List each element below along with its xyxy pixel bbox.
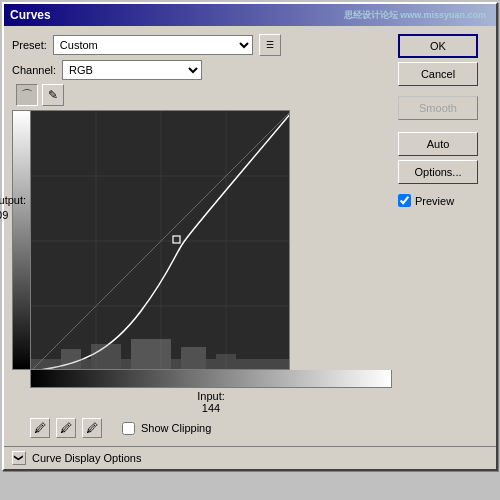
chevron-down-icon: ❯	[14, 454, 24, 462]
main-content: Preset: Custom ☰ Channel: RGB Red Green …	[4, 26, 496, 446]
curves-area: Output: 109 Input: 144	[12, 110, 392, 414]
side-gradient	[12, 110, 30, 370]
settings-icon-btn[interactable]: ☰	[259, 34, 281, 56]
black-eyedropper-btn[interactable]: 🖉	[30, 418, 50, 438]
control-point[interactable]	[173, 236, 180, 243]
output-value: 109	[0, 208, 26, 223]
bottom-tools-row: 🖉 🖉 🖉 Show Clipping	[12, 418, 392, 438]
input-value: 144	[197, 402, 225, 414]
watermark: 思经设计论坛 www.missyuan.com	[344, 9, 486, 22]
ok-button[interactable]: OK	[398, 34, 478, 58]
title-bar: Curves 思经设计论坛 www.missyuan.com	[4, 4, 496, 26]
svg-rect-9	[91, 344, 121, 369]
preview-checkbox[interactable]	[398, 194, 411, 207]
svg-rect-10	[131, 339, 171, 369]
black-eyedropper-icon: 🖉	[34, 421, 46, 435]
preset-row: Preset: Custom ☰	[12, 34, 392, 56]
curve-display-label: Curve Display Options	[32, 452, 141, 464]
show-clipping-label[interactable]: Show Clipping	[141, 422, 211, 434]
cancel-button[interactable]: Cancel	[398, 62, 478, 86]
preset-label: Preset:	[12, 39, 47, 51]
svg-rect-8	[61, 349, 81, 369]
gray-eyedropper-btn[interactable]: 🖉	[56, 418, 76, 438]
bottom-gradient	[30, 370, 392, 388]
svg-rect-12	[216, 354, 236, 369]
input-block: Input: 144	[12, 390, 392, 414]
preset-select[interactable]: Custom	[53, 35, 253, 55]
pencil-tool-button[interactable]: ✎	[42, 84, 64, 106]
curve-tool-icon: ⌒	[21, 87, 33, 104]
channel-row: Channel: RGB Red Green Blue	[12, 60, 392, 80]
tools-row: ⌒ ✎	[12, 84, 392, 106]
left-panel: Preset: Custom ☰ Channel: RGB Red Green …	[12, 34, 392, 438]
gray-eyedropper-icon: 🖉	[60, 421, 72, 435]
input-label: Input:	[197, 390, 225, 402]
auto-button[interactable]: Auto	[398, 132, 478, 156]
preview-row: Preview	[398, 194, 488, 207]
settings-icon: ☰	[266, 40, 274, 50]
right-panel: OK Cancel Smooth Auto Options... Preview	[398, 34, 488, 438]
histogram-svg	[31, 329, 289, 369]
preview-label[interactable]: Preview	[415, 195, 454, 207]
output-label: Output:	[0, 193, 26, 208]
channel-select[interactable]: RGB Red Green Blue	[62, 60, 202, 80]
curves-and-gradient	[12, 110, 392, 370]
curve-tool-button[interactable]: ⌒	[16, 84, 38, 106]
curve-display-bar[interactable]: ❯ Curve Display Options	[4, 446, 496, 469]
curves-canvas[interactable]	[30, 110, 290, 370]
curves-dialog: Curves 思经设计论坛 www.missyuan.com Preset: C…	[2, 2, 498, 471]
options-button[interactable]: Options...	[398, 160, 478, 184]
show-clipping-checkbox[interactable]	[122, 422, 135, 435]
window-title: Curves	[10, 8, 51, 22]
expand-icon[interactable]: ❯	[12, 451, 26, 465]
white-eyedropper-icon: 🖉	[86, 421, 98, 435]
output-block: Output: 109	[0, 193, 26, 224]
pencil-tool-icon: ✎	[48, 88, 58, 102]
smooth-button[interactable]: Smooth	[398, 96, 478, 120]
white-eyedropper-btn[interactable]: 🖉	[82, 418, 102, 438]
svg-rect-11	[181, 347, 206, 369]
channel-label: Channel:	[12, 64, 56, 76]
